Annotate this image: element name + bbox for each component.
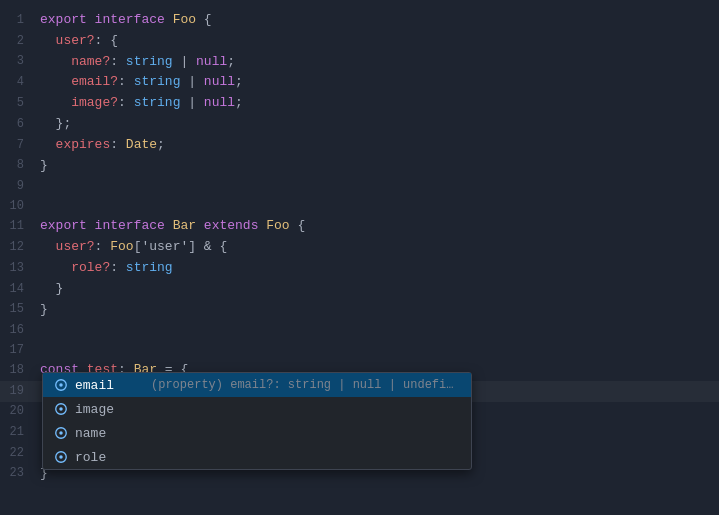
code-line: 12 user?: Foo['user'] & { bbox=[0, 237, 719, 258]
line-number: 1 bbox=[0, 11, 40, 30]
autocomplete-label: email bbox=[75, 378, 145, 393]
code-line: 1export interface Foo { bbox=[0, 10, 719, 31]
svg-point-3 bbox=[59, 407, 63, 411]
line-number: 16 bbox=[0, 321, 40, 340]
line-content: export interface Foo { bbox=[40, 10, 709, 31]
line-number: 7 bbox=[0, 136, 40, 155]
code-line: 11export interface Bar extends Foo { bbox=[0, 216, 719, 237]
line-content: user?: { bbox=[40, 31, 709, 52]
code-line: 16 bbox=[0, 320, 719, 340]
line-number: 22 bbox=[0, 444, 40, 463]
code-line: 13 role?: string bbox=[0, 258, 719, 279]
line-number: 3 bbox=[0, 52, 40, 71]
line-number: 21 bbox=[0, 423, 40, 442]
code-line: 10 bbox=[0, 196, 719, 216]
line-number: 6 bbox=[0, 115, 40, 134]
code-line: 6 }; bbox=[0, 114, 719, 135]
line-content: }; bbox=[40, 114, 709, 135]
line-content: } bbox=[40, 156, 709, 177]
svg-point-7 bbox=[59, 455, 63, 459]
line-number: 14 bbox=[0, 280, 40, 299]
line-content: role?: string bbox=[40, 258, 709, 279]
code-line: 15} bbox=[0, 300, 719, 321]
autocomplete-item[interactable]: role bbox=[43, 445, 471, 469]
line-content: } bbox=[40, 300, 709, 321]
line-content: image?: string | null; bbox=[40, 93, 709, 114]
svg-point-5 bbox=[59, 431, 63, 435]
code-line: 5 image?: string | null; bbox=[0, 93, 719, 114]
line-content: name?: string | null; bbox=[40, 52, 709, 73]
autocomplete-detail: (property) email?: string | null | undef… bbox=[151, 378, 461, 392]
autocomplete-item[interactable]: image bbox=[43, 397, 471, 421]
property-icon bbox=[53, 425, 69, 441]
line-number: 12 bbox=[0, 238, 40, 257]
property-icon bbox=[53, 449, 69, 465]
line-number: 15 bbox=[0, 300, 40, 319]
line-content: email?: string | null; bbox=[40, 72, 709, 93]
line-number: 19 bbox=[0, 382, 40, 401]
line-number: 13 bbox=[0, 259, 40, 278]
code-line: 14 } bbox=[0, 279, 719, 300]
line-number: 4 bbox=[0, 73, 40, 92]
line-number: 11 bbox=[0, 217, 40, 236]
line-content: user?: Foo['user'] & { bbox=[40, 237, 709, 258]
code-line: 7 expires: Date; bbox=[0, 135, 719, 156]
property-icon bbox=[53, 401, 69, 417]
line-number: 9 bbox=[0, 177, 40, 196]
autocomplete-label: name bbox=[75, 426, 145, 441]
code-line: 2 user?: { bbox=[0, 31, 719, 52]
autocomplete-label: role bbox=[75, 450, 145, 465]
code-line: 17 bbox=[0, 340, 719, 360]
line-content: } bbox=[40, 279, 709, 300]
code-line: 8} bbox=[0, 156, 719, 177]
line-content: expires: Date; bbox=[40, 135, 709, 156]
line-number: 20 bbox=[0, 402, 40, 421]
autocomplete-item[interactable]: name bbox=[43, 421, 471, 445]
line-content: export interface Bar extends Foo { bbox=[40, 216, 709, 237]
line-number: 8 bbox=[0, 156, 40, 175]
line-number: 10 bbox=[0, 197, 40, 216]
autocomplete-item[interactable]: email(property) email?: string | null | … bbox=[43, 373, 471, 397]
code-editor: 1export interface Foo {2 user?: {3 name?… bbox=[0, 0, 719, 515]
autocomplete-dropdown[interactable]: email(property) email?: string | null | … bbox=[42, 372, 472, 470]
autocomplete-label: image bbox=[75, 402, 145, 417]
line-number: 23 bbox=[0, 464, 40, 483]
code-line: 3 name?: string | null; bbox=[0, 52, 719, 73]
svg-point-1 bbox=[59, 383, 63, 387]
code-line: 9 bbox=[0, 176, 719, 196]
line-number: 2 bbox=[0, 32, 40, 51]
line-number: 17 bbox=[0, 341, 40, 360]
line-number: 18 bbox=[0, 361, 40, 380]
code-line: 4 email?: string | null; bbox=[0, 72, 719, 93]
property-icon bbox=[53, 377, 69, 393]
line-number: 5 bbox=[0, 94, 40, 113]
